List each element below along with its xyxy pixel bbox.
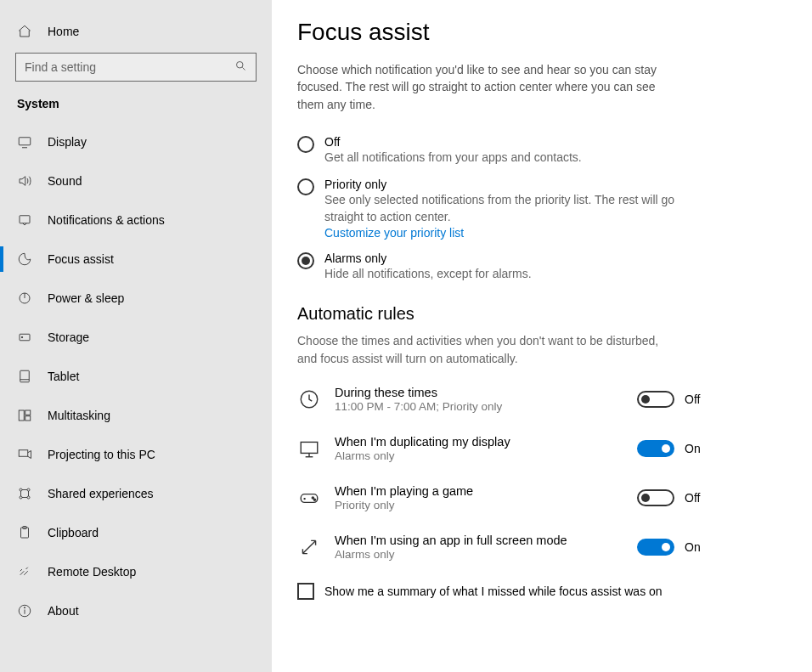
rule-sub: Priority only bbox=[335, 499, 623, 511]
toggle-state-label: On bbox=[685, 442, 705, 455]
rule-fullscreen-app[interactable]: When I'm using an app in full screen mod… bbox=[297, 534, 705, 561]
sidebar-item-label: Projecting to this PC bbox=[48, 448, 155, 461]
radio-off[interactable]: Off Get all notifications from your apps… bbox=[297, 135, 696, 167]
sidebar-item-display[interactable]: Display bbox=[0, 122, 272, 161]
notifications-icon bbox=[17, 212, 32, 228]
sidebar-item-storage[interactable]: Storage bbox=[0, 318, 272, 357]
sidebar-item-label: Storage bbox=[48, 330, 89, 344]
radio-desc: Hide all notifications, except for alarm… bbox=[324, 266, 696, 283]
tablet-icon bbox=[17, 369, 32, 384]
sidebar-item-label: Sound bbox=[48, 174, 82, 188]
svg-rect-7 bbox=[20, 334, 30, 341]
toggle-state-label: Off bbox=[685, 392, 705, 406]
sidebar-item-clipboard[interactable]: Clipboard bbox=[0, 513, 272, 552]
checkbox-icon bbox=[297, 583, 314, 600]
home-button[interactable]: Home bbox=[0, 15, 272, 48]
page-intro: Choose which notification you'd like to … bbox=[297, 61, 671, 113]
rule-toggle[interactable] bbox=[637, 489, 674, 506]
about-icon bbox=[17, 603, 32, 618]
display-icon bbox=[17, 134, 32, 150]
svg-rect-2 bbox=[19, 138, 31, 145]
sidebar-item-label: Remote Desktop bbox=[48, 565, 136, 579]
svg-line-1 bbox=[242, 67, 245, 70]
section-header: System bbox=[0, 93, 272, 122]
page-title: Focus assist bbox=[297, 19, 787, 46]
sidebar-item-label: Display bbox=[48, 135, 87, 149]
svg-point-23 bbox=[24, 607, 25, 608]
svg-point-17 bbox=[20, 496, 22, 499]
sidebar-item-label: Notifications & actions bbox=[48, 213, 165, 227]
power-icon bbox=[17, 291, 32, 306]
svg-rect-12 bbox=[25, 410, 31, 415]
gamepad-icon bbox=[297, 486, 321, 510]
home-icon bbox=[17, 24, 32, 39]
svg-point-29 bbox=[312, 497, 313, 499]
radio-label: Alarms only bbox=[324, 251, 696, 265]
toggle-state-label: On bbox=[685, 540, 705, 554]
focus-assist-icon bbox=[17, 251, 32, 267]
svg-rect-9 bbox=[20, 370, 30, 382]
rule-title: When I'm using an app in full screen mod… bbox=[335, 534, 623, 547]
rule-toggle[interactable] bbox=[637, 440, 674, 457]
svg-point-15 bbox=[20, 488, 22, 491]
radio-circle-icon bbox=[297, 252, 314, 269]
sidebar-item-projecting[interactable]: Projecting to this PC bbox=[0, 435, 272, 474]
radio-circle-icon bbox=[297, 136, 314, 153]
clipboard-icon bbox=[17, 525, 32, 540]
sidebar-item-focus-assist[interactable]: Focus assist bbox=[0, 240, 272, 279]
radio-label: Off bbox=[324, 135, 696, 149]
toggle-state-label: Off bbox=[685, 491, 705, 505]
svg-point-0 bbox=[237, 62, 244, 69]
sidebar-item-label: Power & sleep bbox=[48, 291, 124, 305]
sidebar-item-label: Tablet bbox=[48, 370, 79, 383]
rule-duplicating-display[interactable]: When I'm duplicating my display Alarms o… bbox=[297, 435, 705, 462]
svg-rect-4 bbox=[20, 216, 30, 223]
sidebar-item-multitasking[interactable]: Multitasking bbox=[0, 396, 272, 435]
rule-toggle[interactable] bbox=[637, 391, 674, 408]
search-box[interactable] bbox=[15, 53, 257, 82]
fullscreen-icon bbox=[297, 535, 321, 559]
svg-point-30 bbox=[313, 499, 315, 500]
sidebar: Home System Display Sound Notifications … bbox=[0, 0, 272, 672]
main-content: Focus assist Choose which notification y… bbox=[272, 0, 812, 672]
home-label: Home bbox=[48, 25, 79, 38]
sidebar-item-power-sleep[interactable]: Power & sleep bbox=[0, 279, 272, 318]
rule-sub: Alarms only bbox=[335, 548, 623, 561]
rule-sub: Alarms only bbox=[335, 449, 623, 462]
rule-title: During these times bbox=[335, 386, 623, 399]
svg-rect-13 bbox=[25, 416, 31, 421]
rule-playing-game[interactable]: When I'm playing a game Priority only Of… bbox=[297, 484, 705, 511]
search-input[interactable] bbox=[16, 54, 226, 81]
customize-priority-link[interactable]: Customize your priority list bbox=[324, 226, 696, 240]
automatic-rules-desc: Choose the times and activities when you… bbox=[297, 332, 663, 367]
summary-checkbox-row[interactable]: Show me a summary of what I missed while… bbox=[297, 583, 787, 600]
sidebar-item-notifications[interactable]: Notifications & actions bbox=[0, 200, 272, 240]
radio-desc: Get all notifications from your apps and… bbox=[324, 150, 696, 167]
sidebar-item-sound[interactable]: Sound bbox=[0, 161, 272, 200]
rule-title: When I'm playing a game bbox=[335, 484, 623, 498]
radio-alarms-only[interactable]: Alarms only Hide all notifications, exce… bbox=[297, 251, 696, 283]
projecting-icon bbox=[17, 447, 32, 462]
radio-priority-only[interactable]: Priority only See only selected notifica… bbox=[297, 178, 696, 239]
summary-checkbox-label: Show me a summary of what I missed while… bbox=[324, 584, 663, 598]
sidebar-item-label: Focus assist bbox=[48, 252, 114, 266]
svg-point-18 bbox=[27, 496, 30, 499]
sidebar-item-label: Multitasking bbox=[48, 409, 110, 422]
svg-rect-25 bbox=[301, 442, 318, 453]
multitasking-icon bbox=[17, 408, 32, 423]
shared-icon bbox=[17, 486, 32, 501]
sidebar-item-about[interactable]: About bbox=[0, 591, 272, 630]
storage-icon bbox=[17, 330, 32, 345]
sidebar-item-label: About bbox=[48, 604, 79, 618]
sidebar-item-label: Shared experiences bbox=[48, 487, 154, 500]
clock-icon bbox=[297, 387, 321, 411]
sidebar-item-shared-experiences[interactable]: Shared experiences bbox=[0, 474, 272, 513]
rule-during-times[interactable]: During these times 11:00 PM - 7:00 AM; P… bbox=[297, 386, 705, 413]
rule-toggle[interactable] bbox=[637, 539, 674, 556]
radio-desc: See only selected notifications from the… bbox=[324, 192, 696, 225]
remote-desktop-icon bbox=[17, 564, 32, 579]
sidebar-item-tablet[interactable]: Tablet bbox=[0, 357, 272, 396]
sidebar-item-remote-desktop[interactable]: Remote Desktop bbox=[0, 552, 272, 591]
search-icon bbox=[226, 59, 256, 75]
svg-point-16 bbox=[27, 488, 30, 491]
